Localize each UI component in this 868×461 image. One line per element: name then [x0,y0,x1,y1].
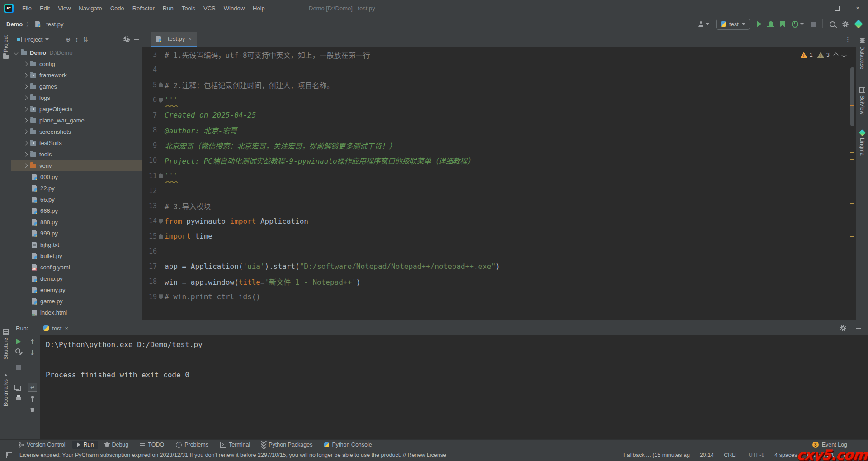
code-line[interactable]: 16 [142,244,848,259]
settings-button[interactable] [842,21,849,27]
close-tab-icon[interactable]: × [65,325,68,331]
tree-item[interactable]: pageObjects [11,103,142,115]
stripe-structure-button[interactable]: Structure [0,329,11,360]
down-stack-trace-button[interactable]: ↓ [29,350,35,357]
code-line[interactable]: 4 [142,62,848,78]
menu-item[interactable]: Refactor [128,5,159,12]
code-text[interactable]: import time [165,232,212,240]
menu-item[interactable]: Window [220,5,249,12]
tree-item[interactable]: plane_war_game [11,115,142,126]
search-everywhere-button[interactable] [830,21,835,27]
stripe-sciview-button[interactable]: SciView [856,87,868,114]
menu-item[interactable]: Code [106,5,128,12]
menu-item[interactable]: Navigate [75,5,106,12]
menu-item[interactable]: File [18,5,36,12]
profiler-button[interactable] [792,21,804,28]
code-line[interactable]: 18 win = app.window(title='新文件 1 - Notep… [142,274,848,290]
code-text[interactable]: app = Application('uia').start("D:/softw… [165,262,500,271]
toolbar-terminal[interactable]: Terminal [216,441,255,449]
debug-button[interactable] [769,21,773,27]
tree-item[interactable]: Demo D:\Demo [11,47,142,58]
code-line[interactable]: 3 # 1.先设置编码，utf-8可支持中英文，如上，一般放在第一行 [142,47,848,62]
fold-marker-icon[interactable] [159,98,163,103]
panel-settings-button[interactable] [123,36,130,42]
menu-item[interactable]: Edit [36,5,54,12]
editor-scrollbar[interactable] [848,47,856,320]
code-text[interactable]: win = app.window(title='新文件 1 - Notepad+… [165,276,360,287]
code-text[interactable]: ''' [165,96,178,104]
weak-warning-count[interactable]: 3 [826,52,830,58]
code-text[interactable]: ''' [165,171,178,180]
fold-marker-icon[interactable] [159,219,163,224]
chevron-right-icon[interactable] [24,141,28,146]
tree-item[interactable]: games [11,81,142,92]
run-config-settings-button[interactable] [15,348,22,355]
collapse-all-button[interactable]: ⇅ [83,36,88,42]
indent-indicator[interactable]: 4 spaces [774,452,797,458]
coverage-button[interactable] [780,21,785,27]
project-view-selector[interactable]: Project [24,36,49,43]
toolbar-todo[interactable]: TODO [136,441,169,449]
code-view[interactable]: 3 # 1.先设置编码，utf-8可支持中英文，如上，一般放在第一行 4 [142,47,848,320]
scrollbar-mark[interactable] [850,152,854,153]
tree-item[interactable]: demo.py [11,273,142,284]
run-console-output[interactable]: D:\Python\python.exe D:/Demo/test.pyProc… [40,335,868,439]
tree-item[interactable]: screenshots [11,126,142,137]
restore-layout-button[interactable] [16,386,21,391]
toolbar-run[interactable]: Run [72,441,98,449]
code-text[interactable]: Project: PC端自动化测试实战教程-9-pywinauto操作应用程序窗… [165,155,475,166]
close-button[interactable]: × [847,0,868,16]
toolbar-python-console[interactable]: Python Console [320,441,376,449]
code-text[interactable]: @author: 北京-宏哥 [165,125,237,136]
chevron-right-icon[interactable] [24,107,28,112]
stop-button[interactable] [811,22,816,27]
fold-marker-icon[interactable] [159,173,163,178]
breadcrumb-project[interactable]: Demo [6,21,23,28]
menu-item[interactable]: View [54,5,75,12]
hide-panel-button[interactable] [134,39,139,40]
minimize-button[interactable]: — [806,0,826,16]
tree-item[interactable]: bjhg.txt [11,239,142,250]
code-line[interactable]: 14 from pywinauto import Application [142,214,848,229]
chevron-right-icon[interactable] [24,96,28,100]
up-stack-trace-button[interactable]: ↑ [29,339,35,346]
fallback-status[interactable]: Fallback ... (15 minutes ag [623,452,690,458]
clear-console-button[interactable] [30,408,34,412]
menu-item[interactable]: Help [249,5,269,12]
stripe-project-button[interactable]: Project [0,35,11,59]
code-line[interactable]: 8 @author: 北京-宏哥 [142,123,848,138]
code-line[interactable]: 7 Created on 2025-04-25 [142,108,848,123]
scrollbar-mark[interactable] [850,159,854,160]
chevron-right-icon[interactable] [24,164,28,168]
breadcrumb-file[interactable]: test.py [46,21,63,28]
hide-run-panel-button[interactable] [856,328,861,329]
tree-item[interactable]: 999.py [11,228,142,239]
code-text[interactable]: Created on 2025-04-25 [165,111,256,119]
toolbar-version-control[interactable]: Version Control [14,441,70,449]
tree-item[interactable]: 888.py [11,216,142,228]
tree-item[interactable]: logs [11,92,142,103]
menu-item[interactable]: VCS [199,5,220,12]
stripe-database-button[interactable]: Database [856,38,868,69]
code-line[interactable]: 12 [142,183,848,199]
tree-item[interactable]: venv [11,160,142,171]
code-line[interactable]: 9 北京宏哥（微信搜索：北京宏哥，关注宏哥，提前解锁更多测试干货！） [142,138,848,153]
lingma-icon[interactable] [854,19,863,28]
code-line[interactable]: 6 ''' [142,93,848,108]
code-text[interactable]: # win.print_ctrl_ids() [165,292,260,301]
toolbar-python-packages[interactable]: Python Packages [257,440,317,450]
expand-all-button[interactable]: ↕ [75,36,78,42]
code-text[interactable]: # 2.注释：包括记录创建时间，创建人，项目名称。 [165,80,334,90]
run-config-select[interactable]: test [716,19,750,30]
print-button[interactable] [16,397,21,400]
scrollbar-mark[interactable] [850,203,854,204]
next-problem-button[interactable] [841,52,846,57]
tree-item[interactable]: config [11,58,142,70]
warning-count[interactable]: 1 [810,52,813,58]
tree-item[interactable]: 22.py [11,183,142,194]
tree-item[interactable]: 666.py [11,205,142,216]
fold-marker-icon[interactable] [159,82,163,87]
code-line[interactable]: 5 # 2.注释：包括记录创建时间，创建人，项目名称。 [142,77,848,93]
tree-item[interactable]: bullet.py [11,250,142,262]
tree-item[interactable]: testSuits [11,137,142,149]
